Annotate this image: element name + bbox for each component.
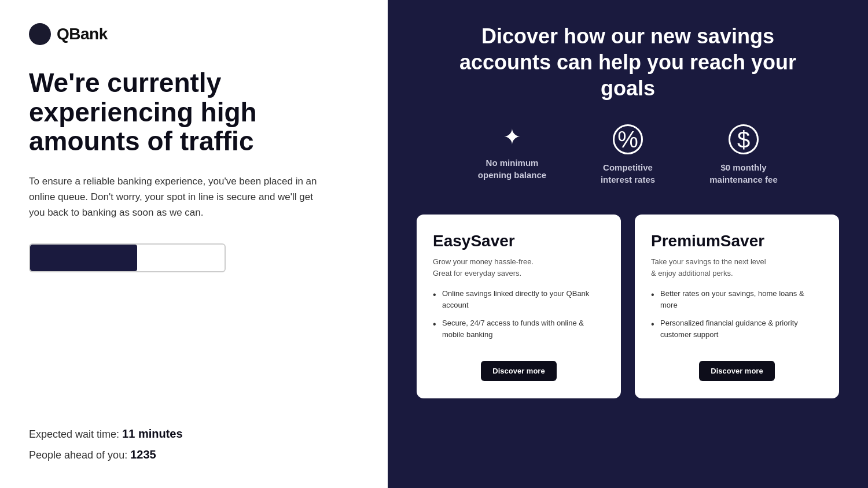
progress-bar-container bbox=[29, 243, 226, 272]
logo-text: QBank bbox=[57, 25, 108, 43]
premium-saver-features: Better rates on your savings, home loans… bbox=[651, 288, 823, 347]
percent-icon: % bbox=[613, 124, 643, 154]
premium-saver-card: PremiumSaver Take your savings to the ne… bbox=[635, 215, 839, 398]
premium-saver-feature-0: Better rates on your savings, home loans… bbox=[651, 288, 823, 310]
queue-label: People ahead of you: bbox=[29, 449, 127, 461]
logo-icon bbox=[29, 23, 51, 45]
feature-item-0: ✦ No minimumopening balance bbox=[472, 124, 553, 186]
wait-time-line: Expected wait time: 11 minutes bbox=[29, 423, 359, 444]
sparkle-icon: ✦ bbox=[503, 124, 521, 150]
easy-saver-feature-1: Secure, 24/7 access to funds with online… bbox=[433, 317, 605, 340]
easy-saver-feature-0: Online savings linked directly to your Q… bbox=[433, 288, 605, 310]
left-panel: QBank We're currently experiencing high … bbox=[0, 0, 388, 488]
feature-label-2: $0 monthlymaintenance fee bbox=[709, 161, 778, 186]
feature-label-0: No minimumopening balance bbox=[478, 157, 546, 181]
dollar-icon: $ bbox=[729, 124, 759, 154]
easy-saver-discover-button[interactable]: Discover more bbox=[481, 361, 556, 381]
wait-info: Expected wait time: 11 minutes People ah… bbox=[29, 423, 359, 465]
easy-saver-features: Online savings linked directly to your Q… bbox=[433, 288, 605, 347]
premium-saver-feature-1: Personalized financial guidance & priori… bbox=[651, 317, 823, 340]
cards-row: EasySaver Grow your money hassle-free.Gr… bbox=[417, 215, 839, 398]
queue-value: 1235 bbox=[130, 448, 156, 461]
right-panel: Dicover how our new savings accounts can… bbox=[388, 0, 868, 488]
progress-bar-fill bbox=[30, 245, 137, 271]
wait-time-value: 11 minutes bbox=[122, 427, 182, 440]
features-row: ✦ No minimumopening balance % Competitiv… bbox=[417, 124, 839, 186]
easy-saver-title: EasySaver bbox=[433, 232, 605, 250]
easy-saver-desc: Grow your money hassle-free.Great for ev… bbox=[433, 256, 605, 279]
feature-label-1: Competitiveinterest rates bbox=[601, 161, 655, 186]
premium-saver-desc: Take your savings to the next level& enj… bbox=[651, 256, 823, 279]
sub-text: To ensure a reliable banking experience,… bbox=[29, 173, 318, 221]
feature-item-1: % Competitiveinterest rates bbox=[587, 124, 668, 186]
premium-saver-title: PremiumSaver bbox=[651, 232, 823, 250]
easy-saver-card: EasySaver Grow your money hassle-free.Gr… bbox=[417, 215, 621, 398]
main-heading: We're currently experiencing high amount… bbox=[29, 68, 359, 156]
wait-time-label: Expected wait time: bbox=[29, 428, 119, 440]
feature-item-2: $ $0 monthlymaintenance fee bbox=[703, 124, 784, 186]
logo-area: QBank bbox=[29, 23, 359, 45]
right-heading: Dicover how our new savings accounts can… bbox=[454, 23, 801, 101]
queue-line: People ahead of you: 1235 bbox=[29, 444, 359, 465]
premium-saver-discover-button[interactable]: Discover more bbox=[699, 361, 774, 381]
